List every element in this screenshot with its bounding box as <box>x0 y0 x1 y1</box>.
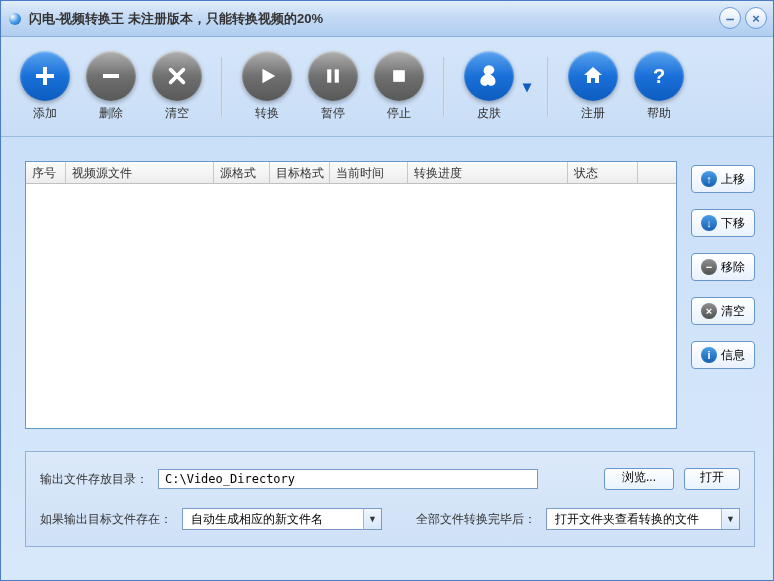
col-curtime[interactable]: 当前时间 <box>330 162 408 183</box>
clear-button[interactable]: 清空 <box>149 51 205 122</box>
close-button[interactable]: × <box>745 7 767 29</box>
minus-icon <box>86 51 136 101</box>
help-button[interactable]: ? 帮助 <box>631 51 687 122</box>
separator <box>547 57 549 117</box>
open-button[interactable]: 打开 <box>684 468 740 490</box>
titlebar: 闪电-视频转换王 未注册版本，只能转换视频的20% ‒ × <box>1 1 773 37</box>
movedown-button[interactable]: ↓下移 <box>691 209 755 237</box>
exists-label: 如果输出目标文件存在： <box>40 511 172 528</box>
arrow-down-icon: ↓ <box>701 215 717 231</box>
app-window: 闪电-视频转换王 未注册版本，只能转换视频的20% ‒ × 添加 删除 清空 <box>0 0 774 581</box>
x-icon: × <box>701 303 717 319</box>
after-label: 全部文件转换完毕后： <box>416 511 536 528</box>
content-area: 序号 视频源文件 源格式 目标格式 当前时间 转换进度 状态 ↑上移 ↓下移 −… <box>1 137 773 441</box>
plus-icon <box>20 51 70 101</box>
output-dir-label: 输出文件存放目录： <box>40 471 148 488</box>
home-icon <box>568 51 618 101</box>
skin-dropdown-icon[interactable]: ▾ <box>523 77 531 96</box>
delete-button[interactable]: 删除 <box>83 51 139 122</box>
stop-icon <box>374 51 424 101</box>
svg-rect-2 <box>335 69 339 82</box>
chevron-down-icon: ▼ <box>721 509 739 529</box>
register-button[interactable]: 注册 <box>565 51 621 122</box>
arrow-up-icon: ↑ <box>701 171 717 187</box>
convert-button[interactable]: 转换 <box>239 51 295 122</box>
app-icon <box>9 13 21 25</box>
add-button[interactable]: 添加 <box>17 51 73 122</box>
pause-button[interactable]: 暂停 <box>305 51 361 122</box>
exists-select[interactable]: 自动生成相应的新文件名 ▼ <box>182 508 382 530</box>
minimize-button[interactable]: ‒ <box>719 7 741 29</box>
question-icon: ? <box>634 51 684 101</box>
skin-button[interactable]: 皮肤 <box>461 51 517 122</box>
col-seq[interactable]: 序号 <box>26 162 66 183</box>
skin-icon <box>464 51 514 101</box>
svg-text:?: ? <box>653 65 665 87</box>
x-icon <box>152 51 202 101</box>
svg-rect-3 <box>393 70 405 82</box>
browse-button[interactable]: 浏览... <box>604 468 674 490</box>
output-dir-input[interactable] <box>158 469 538 489</box>
play-icon <box>242 51 292 101</box>
col-dstfmt[interactable]: 目标格式 <box>270 162 330 183</box>
table-body[interactable] <box>26 184 676 428</box>
toolbar: 添加 删除 清空 转换 暂停 <box>1 37 773 137</box>
col-srcfmt[interactable]: 源格式 <box>214 162 270 183</box>
output-panel: 输出文件存放目录： 浏览... 打开 如果输出目标文件存在： 自动生成相应的新文… <box>25 451 755 547</box>
moveup-button[interactable]: ↑上移 <box>691 165 755 193</box>
separator <box>221 57 223 117</box>
remove-button[interactable]: −移除 <box>691 253 755 281</box>
table-header: 序号 视频源文件 源格式 目标格式 当前时间 转换进度 状态 <box>26 162 676 184</box>
file-table: 序号 视频源文件 源格式 目标格式 当前时间 转换进度 状态 <box>25 161 677 429</box>
minus-icon: − <box>701 259 717 275</box>
window-controls: ‒ × <box>719 7 767 29</box>
info-icon: i <box>701 347 717 363</box>
col-progress[interactable]: 转换进度 <box>408 162 568 183</box>
stop-button[interactable]: 停止 <box>371 51 427 122</box>
col-spacer <box>638 162 676 183</box>
window-title: 闪电-视频转换王 未注册版本，只能转换视频的20% <box>29 10 323 28</box>
svg-rect-1 <box>327 69 331 82</box>
svg-rect-0 <box>103 74 119 78</box>
side-buttons: ↑上移 ↓下移 −移除 ×清空 i信息 <box>691 161 755 429</box>
options-row: 如果输出目标文件存在： 自动生成相应的新文件名 ▼ 全部文件转换完毕后： 打开文… <box>40 508 740 530</box>
col-source[interactable]: 视频源文件 <box>66 162 214 183</box>
pause-icon <box>308 51 358 101</box>
output-dir-row: 输出文件存放目录： 浏览... 打开 <box>40 468 740 490</box>
clear-side-button[interactable]: ×清空 <box>691 297 755 325</box>
chevron-down-icon: ▼ <box>363 509 381 529</box>
separator <box>443 57 445 117</box>
col-status[interactable]: 状态 <box>568 162 638 183</box>
after-select[interactable]: 打开文件夹查看转换的文件 ▼ <box>546 508 740 530</box>
info-button[interactable]: i信息 <box>691 341 755 369</box>
